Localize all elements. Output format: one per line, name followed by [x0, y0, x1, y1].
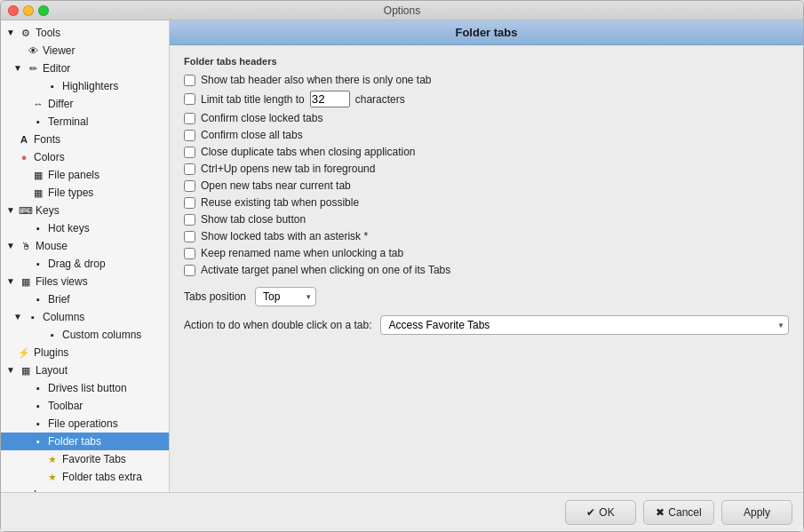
fonts-icon: A [17, 132, 31, 147]
close-button[interactable] [8, 5, 19, 16]
sidebar-item-log[interactable]: ▪ Log [1, 486, 169, 492]
sidebar-item-drag-drop[interactable]: ▪ Drag & drop [1, 255, 169, 273]
checkbox-label-locked-asterisk: Show locked tabs with an asterisk * [201, 230, 368, 242]
sidebar-label: Terminal [48, 115, 88, 128]
sidebar-item-terminal[interactable]: ▪ Terminal [1, 113, 169, 131]
checkbox-show-tab-header[interactable] [184, 75, 195, 86]
checkbox-row-limit-title: Limit tab title length to characters [184, 91, 789, 107]
action-select[interactable]: Access Favorite Tabs New tab Close tab [380, 315, 789, 335]
checkbox-ctrl-up[interactable] [184, 163, 195, 175]
checkbox-activate-target[interactable] [184, 265, 195, 276]
sidebar-label: File operations [48, 417, 118, 430]
ok-button[interactable]: ✔ OK [565, 500, 636, 525]
expand-icon: ▼ [4, 275, 17, 288]
sidebar-label: File types [48, 187, 93, 199]
mouse-icon: 🖱 [19, 239, 33, 253]
sidebar-label: Custom columns [62, 329, 141, 341]
sidebar-item-toolbar[interactable]: ▪ Toolbar [1, 397, 169, 415]
sidebar-item-viewer[interactable]: 👁 Viewer [1, 42, 169, 60]
favorite-tabs-icon: ★ [45, 452, 60, 466]
folder-tabs-extra-icon: ★ [45, 470, 60, 484]
content-area: Folder tabs Folder tabs headers Show tab… [170, 20, 803, 492]
sidebar-item-tools[interactable]: ▼ ⚙ Tools [1, 24, 169, 42]
viewer-icon: 👁 [26, 44, 40, 58]
checkbox-keep-renamed[interactable] [184, 248, 195, 259]
checkbox-show-close[interactable] [184, 214, 195, 226]
sidebar-item-brief[interactable]: ▪ Brief [1, 290, 169, 308]
sidebar-label: Keys [36, 204, 60, 217]
sidebar-item-favorite-tabs[interactable]: ★ Favorite Tabs [1, 450, 169, 468]
checkbox-label-show-tab-header: Show tab header also when there is only … [201, 74, 432, 86]
checkbox-label-limit-title: Limit tab title length to [201, 93, 305, 106]
action-row: Action to do when double click on a tab:… [184, 315, 789, 335]
checkbox-locked-asterisk[interactable] [184, 231, 195, 242]
checkbox-open-near[interactable] [184, 180, 195, 192]
sidebar-label: Toolbar [48, 400, 83, 412]
sidebar-item-custom-columns[interactable]: ▪ Custom columns [1, 326, 169, 344]
sidebar-item-file-panels[interactable]: ▦ File panels [1, 166, 169, 184]
apply-button[interactable]: Apply [721, 500, 792, 525]
limit-title-input[interactable] [310, 91, 350, 107]
folder-tabs-icon: ▪ [31, 434, 45, 449]
cancel-label: Cancel [668, 506, 701, 519]
checkbox-label-activate-target: Activate target panel when clicking on o… [201, 264, 450, 276]
checkbox-confirm-close-all[interactable] [184, 130, 195, 141]
checkbox-reuse[interactable] [184, 197, 195, 209]
maximize-button[interactable] [38, 5, 49, 16]
sidebar-label: Favorite Tabs [62, 453, 126, 465]
checkbox-row-locked-asterisk: Show locked tabs with an asterisk * [184, 230, 789, 242]
checkbox-row-keep-renamed: Keep renamed name when unlocking a tab [184, 247, 789, 259]
sidebar-item-file-operations[interactable]: ▪ File operations [1, 415, 169, 433]
sidebar-label: Columns [43, 311, 84, 323]
sidebar-label: Hot keys [48, 222, 90, 234]
checkbox-limit-title[interactable] [184, 93, 195, 105]
checkbox-confirm-close-locked[interactable] [184, 113, 195, 124]
sidebar-item-mouse[interactable]: ▼ 🖱 Mouse [1, 237, 169, 255]
tabs-position-select-container: Top Bottom Left Right [255, 287, 316, 306]
sidebar-item-file-types[interactable]: ▦ File types [1, 184, 169, 202]
sidebar-item-plugins[interactable]: ⚡ Plugins [1, 344, 169, 361]
file-operations-icon: ▪ [31, 417, 45, 431]
sidebar-label: Tools [36, 27, 60, 39]
sidebar-item-layout[interactable]: ▼ ▦ Layout [1, 361, 169, 379]
checkbox-row-ctrl-up: Ctrl+Up opens new tab in foreground [184, 163, 789, 175]
sidebar-label: Highlighters [62, 80, 118, 92]
expand-icon: ▼ [4, 204, 17, 217]
minimize-button[interactable] [23, 5, 34, 16]
sidebar-item-drives-list[interactable]: ▪ Drives list button [1, 379, 169, 397]
sidebar-item-colors[interactable]: ● Colors [1, 148, 169, 166]
sidebar-item-editor[interactable]: ▼ ✏ Editor [1, 60, 169, 77]
checkbox-label-close-duplicate: Close duplicate tabs when closing applic… [201, 146, 415, 158]
checkbox-label-ctrl-up: Ctrl+Up opens new tab in foreground [201, 163, 375, 175]
tabs-position-select[interactable]: Top Bottom Left Right [255, 287, 316, 306]
sidebar-label: Differ [48, 98, 73, 110]
layout-icon: ▦ [19, 363, 33, 377]
options-window: Options ▼ ⚙ Tools 👁 Viewer ▼ ✏ Editor ▪ [0, 0, 804, 532]
checkbox-label-reuse: Reuse existing tab when possible [201, 196, 359, 209]
checkbox-close-duplicate[interactable] [184, 147, 195, 158]
sidebar-item-columns[interactable]: ▼ ▪ Columns [1, 308, 169, 326]
content-header: Folder tabs [170, 20, 803, 45]
expand-icon: ▼ [4, 27, 17, 39]
checkbox-row-close-duplicate: Close duplicate tabs when closing applic… [184, 146, 789, 158]
checkbox-row-show-close: Show tab close button [184, 213, 789, 226]
file-types-icon: ▦ [31, 186, 45, 200]
sidebar-label: Colors [34, 151, 65, 163]
sidebar-item-files-views[interactable]: ▼ ▦ Files views [1, 273, 169, 290]
sidebar-item-hot-keys[interactable]: ▪ Hot keys [1, 219, 169, 237]
checkbox-label-show-close: Show tab close button [201, 213, 306, 226]
cancel-button[interactable]: ✖ Cancel [643, 500, 714, 525]
checkbox-row-confirm-close-all: Confirm close all tabs [184, 129, 789, 141]
sidebar: ▼ ⚙ Tools 👁 Viewer ▼ ✏ Editor ▪ Highligh… [1, 20, 170, 492]
checkbox-row-confirm-close-locked: Confirm close locked tabs [184, 112, 789, 124]
checkbox-label-confirm-close-locked: Confirm close locked tabs [201, 112, 322, 124]
sidebar-item-fonts[interactable]: A Fonts [1, 131, 169, 148]
sidebar-item-keys[interactable]: ▼ ⌨ Keys [1, 202, 169, 219]
colors-icon: ● [17, 150, 31, 164]
sidebar-item-folder-tabs-extra[interactable]: ★ Folder tabs extra [1, 468, 169, 486]
action-select-container: Access Favorite Tabs New tab Close tab [380, 315, 789, 335]
sidebar-item-folder-tabs[interactable]: ▪ Folder tabs [1, 433, 169, 450]
sidebar-item-highlighters[interactable]: ▪ Highlighters [1, 77, 169, 95]
sidebar-item-differ[interactable]: ↔ Differ [1, 95, 169, 113]
apply-label: Apply [744, 506, 770, 519]
